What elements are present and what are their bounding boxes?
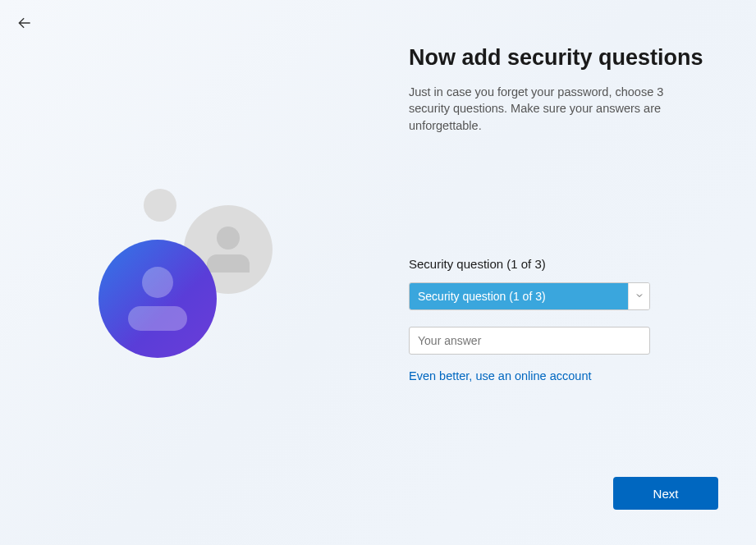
avatar-small-icon (144, 189, 176, 222)
answer-input[interactable] (409, 327, 650, 355)
back-button[interactable] (15, 15, 34, 34)
select-value[interactable]: Security question (1 of 3) (410, 283, 628, 309)
page-title: Now add security questions (409, 45, 704, 71)
next-button[interactable]: Next (613, 477, 718, 510)
chevron-down-icon (635, 289, 644, 304)
online-account-link[interactable]: Even better, use an online account (409, 369, 650, 382)
content-panel: Now add security questions Just in case … (409, 45, 704, 382)
question-label: Security question (1 of 3) (409, 257, 650, 271)
select-arrow-button[interactable] (628, 283, 649, 309)
avatar-large-icon (99, 240, 217, 358)
back-arrow-icon (16, 15, 33, 34)
security-question-select[interactable]: Security question (1 of 3) (409, 282, 650, 310)
page-subtitle: Just in case you forget your password, c… (409, 84, 704, 134)
user-illustration (99, 181, 312, 394)
form-area: Security question (1 of 3) Security ques… (409, 257, 650, 382)
